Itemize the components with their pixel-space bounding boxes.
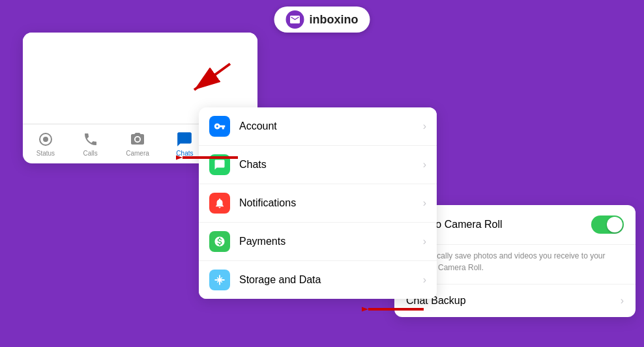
storage-label: Storage and Data [239, 274, 423, 286]
payments-label: Payments [239, 236, 423, 247]
calls-label: Calls [83, 150, 98, 157]
svg-line-3 [194, 64, 230, 90]
chats-menu-label: Chats [239, 159, 423, 171]
payments-icon [209, 231, 230, 252]
notifications-icon [209, 193, 230, 214]
payments-chevron: › [423, 236, 426, 247]
account-icon [209, 116, 230, 137]
arrow-tab [181, 57, 233, 96]
tab-item-calls[interactable]: Calls [82, 131, 99, 157]
camera-label: Camera [126, 150, 149, 157]
status-label: Status [37, 150, 55, 157]
status-icon [37, 131, 54, 148]
menu-item-notifications[interactable]: Notifications › [199, 184, 437, 223]
notifications-chevron: › [423, 197, 426, 209]
svg-point-1 [43, 137, 48, 142]
calls-icon [82, 131, 99, 148]
logo-icon [286, 10, 304, 29]
header-badge: inboxino [274, 7, 370, 33]
tab-item-camera[interactable]: Camera [126, 131, 149, 157]
menu-item-account[interactable]: Account › [199, 107, 437, 146]
notifications-label: Notifications [239, 197, 423, 209]
chats-menu-chevron: › [423, 159, 426, 171]
account-chevron: › [423, 120, 426, 132]
arrow-backup [362, 296, 427, 322]
storage-icon [209, 270, 230, 290]
menu-item-storage[interactable]: Storage and Data › [199, 261, 437, 299]
chat-backup-label: Chat Backup [406, 295, 621, 307]
menu-item-payments[interactable]: Payments › [199, 223, 437, 261]
camera-icon [129, 131, 146, 148]
arrow-chats [176, 145, 241, 171]
save-camera-roll-toggle[interactable] [591, 215, 624, 234]
chat-backup-chevron: › [621, 295, 624, 307]
account-label: Account [239, 120, 423, 132]
storage-chevron: › [423, 274, 426, 286]
tab-item-status[interactable]: Status [37, 131, 55, 157]
brand-name: inboxino [310, 13, 359, 27]
settings-panel: Account › Chats › Notifications › Paymen… [199, 107, 437, 299]
